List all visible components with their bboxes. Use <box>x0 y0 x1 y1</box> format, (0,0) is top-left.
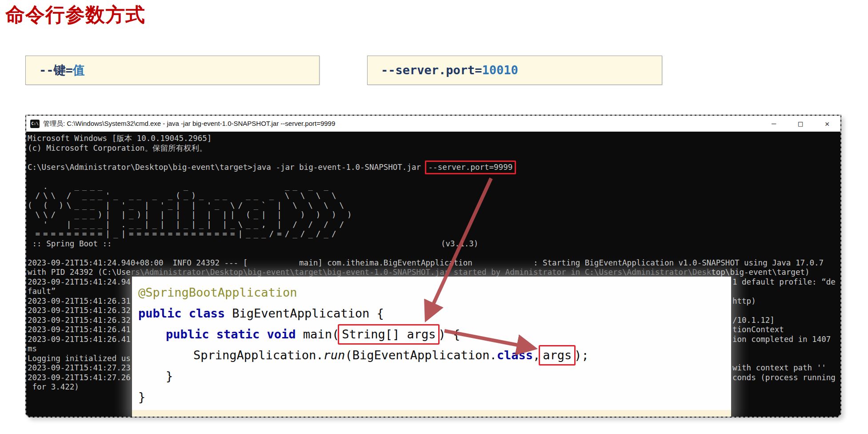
window-titlebar[interactable]: C:\ 管理员: C:\Windows\System32\cmd.exe - j… <box>26 116 840 132</box>
terminal-line: ( ( )\___ | '_ | '_| | '_ \/ _` | \ \ \ … <box>28 201 840 211</box>
server-port-key-label: --server.port= <box>381 63 482 77</box>
maximize-button[interactable]: □ <box>787 119 814 128</box>
log-text-right: with context path '' <box>732 363 826 373</box>
log-text-dimmed: rs\Administrator\Desktop\big-event\targe… <box>131 268 711 277</box>
highlight-box-code-token: String[] args <box>338 324 440 345</box>
terminal-line <box>28 249 840 258</box>
code-token: SpringApplication. <box>193 348 324 362</box>
log-text: top\big-event\target) <box>711 268 809 277</box>
code-token: ); <box>574 348 589 362</box>
code-line: public class BigEventApplication { <box>138 303 731 324</box>
terminal-line: (c) Microsoft Corporation。保留所有权利。 <box>28 144 840 153</box>
highlight-box-code-token: args <box>539 345 576 366</box>
terminal-line: ' |____| .__|_| |_|_| |_\__, | / / / / <box>28 220 840 230</box>
log-text-right: tionContext <box>732 325 784 335</box>
terminal-line: C:\Users\Administrator\Desktop\big-event… <box>28 163 840 173</box>
log-text-right: conds (process running <box>732 373 836 383</box>
log-text-left: 2023-09-21T15:41:26.32 <box>28 316 131 325</box>
code-token: public class <box>138 306 232 320</box>
minimize-button[interactable]: — <box>760 119 787 128</box>
log-text-right: 1 default profile: “de <box>732 277 836 287</box>
code-token: public static void <box>166 327 303 341</box>
terminal-line <box>28 172 840 182</box>
terminal-line: 2023-09-21T15:41:24.940+08:00 INFO 24392… <box>28 258 840 268</box>
close-button[interactable]: ✕ <box>814 119 840 128</box>
cmd-icon: C:\ <box>30 120 40 128</box>
terminal-line: . ____ _ __ _ _ <box>28 182 840 192</box>
window-controls: — □ ✕ <box>760 119 840 128</box>
code-line: @SpringBootApplication <box>138 282 731 303</box>
code-line: } <box>138 366 731 386</box>
code-line: SpringApplication.run(BigEventApplicatio… <box>138 345 731 366</box>
code-token: @SpringBootApplication <box>138 285 297 299</box>
spring-boot-label: :: Spring Boot :: <box>28 239 112 248</box>
code-token: BigEventApplication { <box>232 306 384 320</box>
page-title: 命令行参数方式 <box>5 2 145 28</box>
log-text-left: 2023-09-21T15:41:26.31 <box>28 297 131 305</box>
code-token: } <box>138 390 145 404</box>
code-token: main( <box>303 327 339 341</box>
log-text-right: /10.1.12] <box>732 316 775 326</box>
log-text-right: http) <box>732 297 756 306</box>
param-value-label: 值 <box>73 63 85 77</box>
log-text-left: Logging initialized us <box>28 354 131 363</box>
code-token: (BigEventApplication. <box>345 348 496 362</box>
window-title: 管理员: C:\Windows\System32\cmd.exe - java … <box>43 120 335 128</box>
terminal-line: with PID 24392 (C:\Users\Administrator\D… <box>28 268 840 277</box>
terminal-line: Microsoft Windows [版本 10.0.19045.2965] <box>28 134 840 144</box>
code-lines: @SpringBootApplicationpublic class BigEv… <box>138 282 731 407</box>
param-example-box: --server.port=10010 <box>367 56 662 85</box>
cmd-window: C:\ 管理员: C:\Windows\System32\cmd.exe - j… <box>25 115 841 418</box>
code-token: class <box>497 348 533 362</box>
prompt-text: C:\Users\Administrator\Desktop\big-event… <box>28 163 426 172</box>
code-token: ) { <box>438 327 460 341</box>
code-line: } <box>138 386 731 407</box>
code-overlay-footer <box>132 410 731 417</box>
log-text-left: 2023-09-21T15:41:24.94 <box>28 277 131 286</box>
terminal-line: =========|_|==============|___/=/_/_/_/ <box>28 229 840 239</box>
code-snippet-overlay: @SpringBootApplicationpublic class BigEv… <box>132 277 731 417</box>
terminal-line: \\/ ___)| |_)| | | | | || (_| | ) ) ) ) <box>28 210 840 220</box>
server-port-value-label: 10010 <box>482 63 518 77</box>
log-text-left: 2023-09-21T15:41:26.41 <box>28 325 131 334</box>
param-syntax-box: --键=值 <box>25 56 320 85</box>
code-token: run <box>324 348 345 362</box>
code-line: public static void main(String[] args) { <box>138 324 731 345</box>
spring-boot-version: (v3.1.3) <box>441 239 478 249</box>
log-text-right: ion completed in 1407 <box>732 335 831 345</box>
log-text-left: 2023-09-21T15:41:26.41 <box>28 335 131 344</box>
code-token: } <box>166 369 173 383</box>
log-text: with PID 24392 (C:\Use <box>28 268 131 277</box>
param-key-label: --键= <box>39 63 73 77</box>
log-text-left: 2023-09-21T15:41:27.26 <box>28 373 131 382</box>
terminal-line: :: Spring Boot ::(v3.1.3) <box>28 239 840 249</box>
log-text-left: 2023-09-21T15:41:26.32 <box>28 306 131 315</box>
log-text-left: 2023-09-21T15:41:27.23 <box>28 363 131 372</box>
terminal-line: /\\ / ___'_ __ _ _(_)_ __ __ _ \ \ \ \ <box>28 191 840 201</box>
